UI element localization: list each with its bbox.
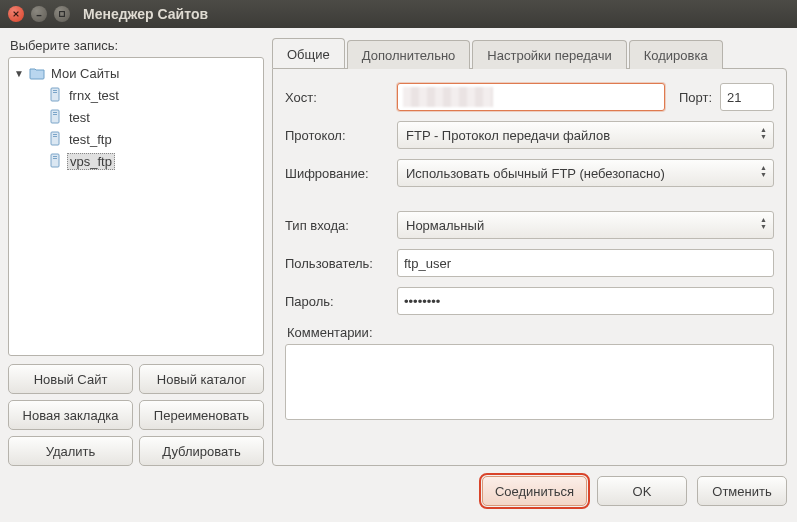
svg-rect-6 (53, 114, 57, 115)
logon-type-value: Нормальный (406, 218, 484, 233)
encryption-value: Использовать обычный FTP (небезопасно) (406, 166, 665, 181)
tree-root-label: Мои Сайты (49, 66, 121, 81)
chevron-down-icon[interactable]: ▼ (13, 68, 25, 79)
svg-rect-4 (51, 110, 59, 123)
protocol-select[interactable]: FTP - Протокол передачи файлов ▲▼ (397, 121, 774, 149)
server-icon (47, 131, 63, 147)
svg-rect-3 (53, 92, 57, 93)
new-bookmark-button[interactable]: Новая закладка (8, 400, 133, 430)
delete-button[interactable]: Удалить (8, 436, 133, 466)
site-action-buttons: Новый Сайт Новый каталог Новая закладка … (8, 364, 264, 466)
tree-item[interactable]: test_ftp (9, 128, 263, 150)
protocol-value: FTP - Протокол передачи файлов (406, 128, 610, 143)
rename-button[interactable]: Переименовать (139, 400, 264, 430)
new-folder-button[interactable]: Новый каталог (139, 364, 264, 394)
svg-rect-9 (53, 136, 57, 137)
svg-rect-1 (51, 88, 59, 101)
minimize-icon[interactable] (31, 6, 47, 22)
logon-type-label: Тип входа: (285, 218, 389, 233)
right-panel: Общие Дополнительно Настройки передачи К… (272, 36, 787, 466)
tree-item-label: test_ftp (67, 132, 114, 147)
user-label: Пользователь: (285, 256, 389, 271)
tree-item[interactable]: vps_ftp (9, 150, 263, 172)
connect-button[interactable]: Соединиться (482, 476, 587, 506)
port-label: Порт: (679, 90, 712, 105)
tree-item-label: vps_ftp (67, 153, 115, 170)
close-icon[interactable] (8, 6, 24, 22)
updown-icon: ▲▼ (760, 216, 767, 230)
tab-panel-general: Хост: Порт: Протокол: FTP - Протокол пер… (272, 68, 787, 466)
comments-label: Комментарии: (287, 325, 774, 340)
comments-textarea[interactable] (285, 344, 774, 420)
tab-bar: Общие Дополнительно Настройки передачи К… (272, 36, 787, 68)
tree-item-label: test (67, 110, 92, 125)
tree-item[interactable]: test (9, 106, 263, 128)
protocol-label: Протокол: (285, 128, 389, 143)
encryption-select[interactable]: Использовать обычный FTP (небезопасно) ▲… (397, 159, 774, 187)
redacted-host (403, 87, 493, 107)
new-site-button[interactable]: Новый Сайт (8, 364, 133, 394)
server-icon (47, 153, 63, 169)
tree-item-label: frnx_test (67, 88, 121, 103)
password-label: Пароль: (285, 294, 389, 309)
duplicate-button[interactable]: Дублировать (139, 436, 264, 466)
svg-rect-7 (51, 132, 59, 145)
titlebar: Менеджер Сайтов (0, 0, 797, 28)
ok-button[interactable]: OK (597, 476, 687, 506)
tab-charset[interactable]: Кодировка (629, 40, 723, 69)
maximize-icon[interactable] (54, 6, 70, 22)
svg-rect-12 (53, 158, 57, 159)
svg-rect-5 (53, 112, 57, 113)
tab-advanced[interactable]: Дополнительно (347, 40, 471, 69)
logon-type-select[interactable]: Нормальный ▲▼ (397, 211, 774, 239)
tree-item[interactable]: frnx_test (9, 84, 263, 106)
svg-rect-11 (53, 156, 57, 157)
host-label: Хост: (285, 90, 389, 105)
left-panel: Выберите запись: ▼ Мои Сайты frnx_test t… (8, 36, 264, 466)
server-icon (47, 87, 63, 103)
encryption-label: Шифрование: (285, 166, 389, 181)
dialog-buttons: Соединиться OK Отменить (0, 472, 797, 514)
window-title: Менеджер Сайтов (83, 6, 208, 22)
updown-icon: ▲▼ (760, 164, 767, 178)
site-tree[interactable]: ▼ Мои Сайты frnx_test test test_ftp vps (8, 57, 264, 356)
port-input[interactable] (720, 83, 774, 111)
select-entry-label: Выберите запись: (10, 38, 264, 53)
svg-rect-10 (51, 154, 59, 167)
cancel-button[interactable]: Отменить (697, 476, 787, 506)
svg-rect-8 (53, 134, 57, 135)
password-input[interactable] (397, 287, 774, 315)
updown-icon: ▲▼ (760, 126, 767, 140)
tab-transfer[interactable]: Настройки передачи (472, 40, 626, 69)
user-input[interactable] (397, 249, 774, 277)
folder-icon (29, 65, 45, 81)
tree-root[interactable]: ▼ Мои Сайты (9, 62, 263, 84)
server-icon (47, 109, 63, 125)
tab-general[interactable]: Общие (272, 38, 345, 68)
svg-rect-0 (60, 12, 65, 17)
svg-rect-2 (53, 90, 57, 91)
